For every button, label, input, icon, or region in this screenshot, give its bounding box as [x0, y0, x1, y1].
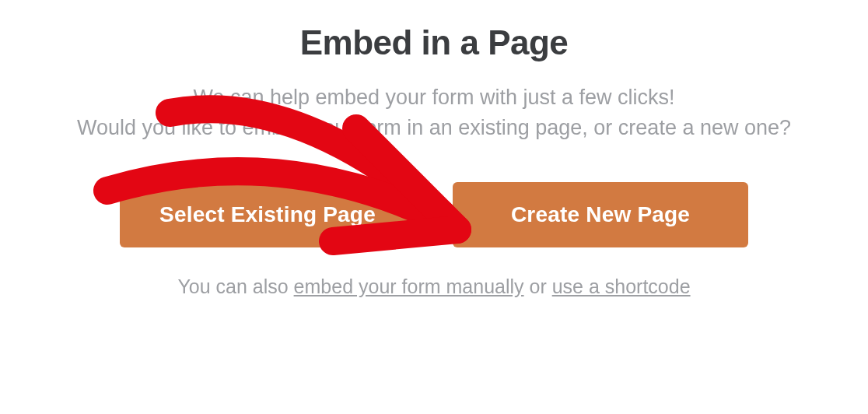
create-new-page-button[interactable]: Create New Page: [453, 182, 748, 247]
modal-description: We can help embed your form with just a …: [31, 82, 837, 143]
embed-manually-link[interactable]: embed your form manually: [294, 275, 524, 297]
embed-modal: Embed in a Page We can help embed your f…: [0, 0, 868, 321]
footer-text: You can also embed your form manually or…: [31, 275, 837, 298]
select-existing-page-button[interactable]: Select Existing Page: [120, 182, 415, 247]
modal-title: Embed in a Page: [31, 23, 837, 62]
button-row: Select Existing Page Create New Page: [31, 182, 837, 247]
footer-or: or: [524, 275, 552, 297]
description-line-1: We can help embed your form with just a …: [193, 86, 674, 109]
use-shortcode-link[interactable]: use a shortcode: [552, 275, 691, 297]
footer-prefix: You can also: [177, 275, 293, 297]
description-line-2: Would you like to embed your form in an …: [77, 116, 791, 139]
